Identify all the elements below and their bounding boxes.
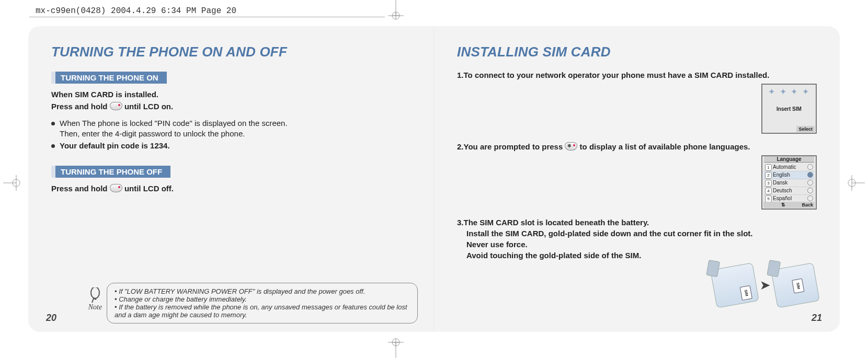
option-label: Deutsch [773,188,792,193]
step-2b: to display a list of available phone lan… [580,142,750,151]
sim-install-figure: SIM ➤ SIM [713,266,817,305]
page-spread: mx-c99en(0428) 2004.4.29 6:34 PM Page 20… [0,0,868,358]
off-line-1: Press and hold until LCD off. [51,184,410,193]
page-left: TURNING THE PHONE ON AND OFF TURNING THE… [28,26,434,332]
on-line-2: Press and hold until LCD on. [51,102,410,111]
language-option: 1Automatic [764,164,814,171]
note-icon: Note [85,287,105,311]
screen2-title: Language [764,156,814,163]
screen2-soft-right: Back [802,202,813,207]
option-label: Español [773,195,792,201]
arrow-right-icon: ➤ [760,279,770,292]
scroll-indicator-icon: ⇅ [781,202,785,207]
bullet-default-pin: Your default pin code is 1234. [51,141,410,151]
sim-chip-icon: SIM [792,279,804,294]
step-3a: 3.The SIM CARD slot is located beneath t… [457,218,649,227]
on-line-2a: Press and hold [51,102,110,111]
end-key-icon [110,184,122,192]
phone-screen-language: Language 1Automatic2English3Dansk4Deutsc… [761,155,817,210]
note-2: Change or charge the battery immediately… [115,295,410,303]
step-3b: Install the SIM CARD, gold-plated side d… [457,228,817,239]
step-3d: Avoid touching the gold-plated side of t… [457,250,817,261]
crop-mark-left-icon [3,175,24,191]
step-3c: Never use force. [457,239,817,250]
page-number-right: 21 [812,313,822,324]
star-key-icon [565,142,577,151]
option-label: Dansk [773,180,787,186]
language-option: 3Dansk [764,179,814,187]
screen2-softbar: ⇅ Back [763,202,815,208]
radio-icon [807,180,813,186]
on-bullet-list: When The phone is locked "PIN code" is d… [51,118,410,151]
page-right: INSTALLING SIM CARD 1.To connect to your… [434,26,840,332]
option-number: 1 [765,164,772,171]
option-number: 4 [765,188,772,194]
bullet-pin-a: When The phone is locked "PIN code" is d… [60,119,288,128]
manual-spread: TURNING THE PHONE ON AND OFF TURNING THE… [28,26,840,332]
step-2: 2.You are prompted to press to display a… [457,141,817,152]
step-3: 3.The SIM CARD slot is located beneath t… [457,217,817,261]
language-option: 2English [764,171,814,179]
language-option: 4Deutsch [764,187,814,195]
step-1: 1.To connect to your network operator yo… [457,70,817,80]
radio-icon [807,164,813,170]
svg-point-16 [91,287,99,298]
option-label: Automatic [773,164,796,170]
star-row-icon: ✦ ✦ ✦ ✦ [762,85,816,98]
on-line-2b: until LCD on. [124,102,173,111]
step-2a: 2.You are prompted to press [457,142,565,151]
page-title: INSTALLING SIM CARD [457,44,817,60]
bullet-pin: When The phone is locked "PIN code" is d… [51,118,410,140]
off-line-1a: Press and hold [51,184,110,193]
crop-mark-top-icon [388,0,404,24]
screen1-message: Insert SIM [762,98,816,112]
section-heading-off: TURNING THE PHONE OFF [51,166,170,178]
phone-back-icon: SIM [771,262,820,308]
crop-mark-bottom-icon [388,334,404,358]
on-line-1: When SIM CARD is installed. [51,90,410,99]
note-box: Note If "LOW BATTERY WARNING POWER OFF" … [107,283,418,324]
option-number: 3 [765,180,772,187]
prepress-header: mx-c99en(0428) 2004.4.29 6:34 PM Page 20 [36,6,236,16]
radio-icon [807,172,813,178]
option-number: 2 [765,172,772,179]
sim-chip-icon: SIM [740,285,752,301]
radio-icon [807,188,813,193]
note-list: If "LOW BATTERY WARNING POWER OFF" is di… [115,287,410,319]
note-3: If the battery is removed while the phon… [115,303,410,319]
phone-screen-insert-sim: ✦ ✦ ✦ ✦ Insert SIM Select [761,84,817,134]
screen1-softkey: Select [796,126,815,132]
page-number-left: 20 [46,313,56,324]
note-label: Note [88,303,102,311]
end-key-icon [110,102,122,110]
header-rule [29,17,385,17]
option-label: English [773,172,790,178]
bullet-pin-b: Then, enter the 4-digit password to unlo… [60,129,410,139]
section-heading-on: TURNING THE PHONE ON [51,72,167,84]
radio-icon [807,195,813,201]
off-line-1b: until LCD off. [124,184,174,193]
page-title: TURNING THE PHONE ON AND OFF [51,44,410,60]
phone-back-icon: SIM [710,262,759,308]
crop-mark-right-icon [844,175,865,191]
language-list: 1Automatic2English3Dansk4Deutsch5Español [764,164,814,203]
note-1: If "LOW BATTERY WARNING POWER OFF" is di… [115,287,410,295]
